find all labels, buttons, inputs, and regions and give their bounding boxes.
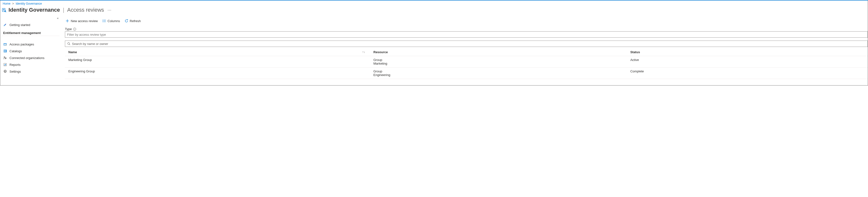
toolbar: New access review Columns Refresh — [65, 17, 868, 27]
cell-name: Engineering Group — [65, 68, 370, 79]
svg-rect-15 — [4, 65, 5, 65]
svg-point-13 — [5, 58, 6, 59]
sidebar-item-label: Reports — [9, 63, 21, 67]
sidebar-item-label: Catalogs — [9, 49, 22, 53]
svg-rect-10 — [5, 50, 6, 52]
svg-rect-0 — [2, 8, 5, 11]
column-header-status[interactable]: Status — [627, 48, 868, 56]
sidebar-item-settings[interactable]: Settings — [1, 68, 62, 75]
refresh-icon — [124, 19, 128, 23]
breadcrumb-home[interactable]: Home — [3, 2, 10, 5]
page-subtitle: Access reviews — [67, 7, 104, 13]
svg-line-5 — [6, 12, 6, 12]
svg-point-6 — [5, 24, 6, 25]
breadcrumb: Home > Identity Governance — [0, 0, 868, 6]
sidebar-item-access-packages[interactable]: Access packages — [1, 41, 62, 47]
sidebar-item-catalogs[interactable]: Catalogs — [1, 47, 62, 55]
toolbar-label: Columns — [107, 19, 120, 23]
identity-governance-icon — [2, 7, 6, 12]
svg-rect-11 — [6, 50, 6, 52]
sidebar-item-label: Access packages — [9, 42, 34, 46]
collapse-sidebar-button[interactable]: « — [57, 17, 59, 20]
new-access-review-button[interactable]: New access review — [65, 18, 98, 24]
sidebar-section-header: Entitlement management — [1, 28, 60, 36]
sidebar-item-reports[interactable]: Reports — [1, 61, 62, 68]
cell-resource: Group Engineering — [370, 68, 627, 79]
svg-point-12 — [4, 57, 5, 58]
toolbar-label: New access review — [71, 19, 98, 23]
table-row[interactable]: Engineering Group Group Engineering Comp… — [65, 68, 868, 79]
svg-rect-9 — [4, 50, 5, 52]
info-icon[interactable]: i — [73, 28, 76, 31]
plus-icon — [65, 19, 69, 23]
page-title-row: Identity Governance | Access reviews ⋯ — [0, 6, 868, 17]
breadcrumb-current[interactable]: Identity Governance — [16, 2, 42, 5]
package-icon — [3, 42, 7, 46]
columns-icon — [102, 19, 106, 23]
breadcrumb-separator: > — [12, 2, 14, 5]
reports-icon — [3, 63, 7, 67]
gear-icon — [3, 69, 7, 73]
svg-rect-16 — [5, 64, 5, 65]
cell-name: Marketing Group — [65, 56, 370, 68]
more-actions-button[interactable]: ⋯ — [106, 8, 113, 12]
page-title: Identity Governance — [8, 7, 60, 13]
catalog-icon — [3, 49, 7, 53]
svg-line-27 — [69, 44, 70, 45]
main-content: New access review Columns Refresh Type i — [62, 17, 868, 79]
organizations-icon — [3, 56, 7, 60]
cell-status: Complete — [627, 68, 868, 79]
type-filter-input[interactable] — [65, 31, 868, 38]
refresh-button[interactable]: Refresh — [124, 18, 142, 24]
search-input[interactable]: Search by name or owner — [65, 40, 868, 47]
cell-status: Active — [627, 56, 868, 68]
rocket-icon — [3, 23, 7, 27]
sidebar-item-label: Connected organizations — [9, 56, 44, 60]
sidebar: « Getting started Entitlement management… — [0, 17, 62, 79]
cell-resource: Group Marketing — [370, 56, 627, 68]
sidebar-item-getting-started[interactable]: Getting started — [1, 21, 62, 28]
svg-point-26 — [68, 42, 69, 44]
svg-point-8 — [6, 45, 6, 45]
sidebar-item-label: Getting started — [9, 23, 30, 27]
sort-icon[interactable]: ↑↓ — [362, 50, 365, 54]
table-row[interactable]: Marketing Group Group Marketing Active — [65, 56, 868, 68]
search-placeholder: Search by name or owner — [72, 42, 108, 46]
access-reviews-table: Name ↑↓ Resource Status Marketing Group … — [65, 48, 868, 79]
sidebar-item-label: Settings — [9, 70, 21, 73]
sidebar-item-connected-organizations[interactable]: Connected organizations — [1, 55, 62, 61]
title-separator: | — [63, 7, 64, 13]
columns-button[interactable]: Columns — [102, 18, 120, 24]
search-icon — [67, 42, 70, 45]
column-header-name[interactable]: Name ↑↓ — [65, 48, 370, 56]
type-filter-label: Type i — [65, 27, 868, 31]
column-header-resource[interactable]: Resource — [370, 48, 627, 56]
toolbar-label: Refresh — [130, 19, 141, 23]
